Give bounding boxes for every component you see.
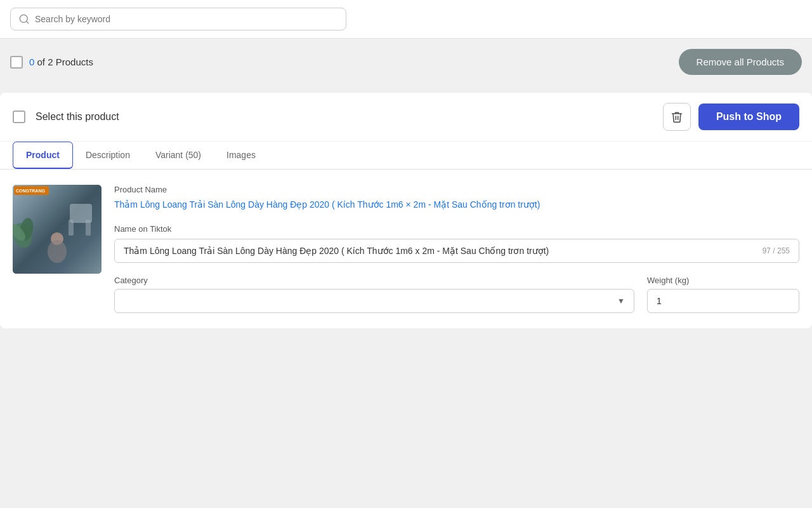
svg-point-11 [48,240,67,263]
tab-description[interactable]: Description [73,142,143,170]
svg-rect-6 [86,220,91,236]
product-name-label: Product Name [114,185,799,194]
delete-button[interactable] [663,103,691,131]
count-text: 0 of 2 Products [29,57,93,67]
tiktok-input-wrapper: 97 / 255 [114,239,799,263]
tab-images[interactable]: Images [214,142,268,170]
tab-product[interactable]: Product [13,142,73,169]
tiktok-name-input[interactable] [124,246,756,256]
push-to-shop-button[interactable]: Push to Shop [698,104,799,130]
search-input[interactable] [35,14,338,24]
category-select-wrapper[interactable]: ▼ [114,289,634,313]
svg-text:CONGTRANG: CONGTRANG [16,189,45,193]
char-count: 97 / 255 [763,246,790,255]
tab-variant[interactable]: Variant (50) [143,142,214,170]
products-count: 0 of 2 Products [10,56,93,69]
products-word: Products [56,57,93,67]
product-info: Product Name Thảm Lông Loang Trải Sàn Lô… [114,185,799,313]
search-wrapper [10,8,346,30]
product-checkbox[interactable] [13,110,25,123]
select-all-checkbox[interactable] [10,56,23,69]
category-label: Category [114,276,634,285]
trash-icon [671,110,683,123]
tabs: Product Description Variant (50) Images [0,142,812,170]
card-body: CONGTRANG [0,170,812,328]
category-field-group: Category ▼ [114,276,634,313]
products-bar: 0 of 2 Products Remove all Products [0,39,812,85]
fields-row: Category ▼ Weight (kg) [114,276,799,313]
remove-all-button[interactable]: Remove all Products [679,49,802,75]
weight-label: Weight (kg) [647,276,799,285]
card-header: Select this product Push to Shop [0,93,812,142]
select-label: Select this product [36,111,119,123]
total-count: 2 [48,57,53,67]
product-name-link[interactable]: Thảm Lông Loang Trải Sàn Lông Dày Hàng Đ… [114,198,799,211]
count-separator: of [37,57,48,67]
card-header-left: Select this product [13,110,119,123]
category-select[interactable] [124,296,617,306]
svg-line-1 [26,21,28,23]
selected-count: 0 [29,57,34,67]
carpet-visual: CONGTRANG [13,185,102,274]
product-detail: CONGTRANG [13,185,799,313]
scene-illustration: CONGTRANG [13,185,102,274]
search-icon [18,13,30,25]
tiktok-name-label: Name on Tiktok [114,224,799,234]
weight-input[interactable] [647,289,799,313]
chevron-down-icon: ▼ [617,297,625,305]
product-image: CONGTRANG [13,185,102,274]
weight-field-group: Weight (kg) [647,276,799,313]
svg-rect-5 [69,220,74,236]
top-bar [0,0,812,39]
product-card: Select this product Push to Shop Product… [0,93,812,328]
card-header-right: Push to Shop [663,103,799,131]
